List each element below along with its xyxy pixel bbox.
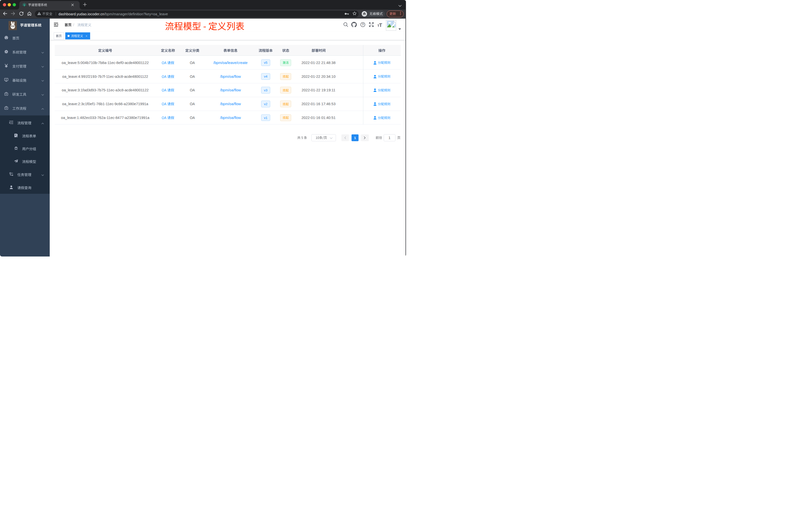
svg-text:?: ?	[362, 23, 364, 26]
